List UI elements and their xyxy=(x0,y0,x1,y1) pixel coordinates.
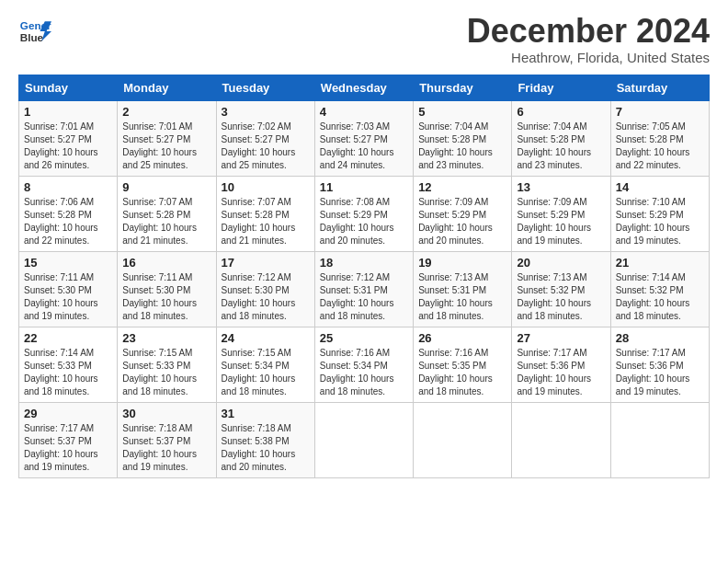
calendar-cell: 16 Sunrise: 7:11 AM Sunset: 5:30 PM Dayl… xyxy=(118,252,216,327)
day-number: 13 xyxy=(517,180,605,194)
calendar-cell: 10 Sunrise: 7:07 AM Sunset: 5:28 PM Dayl… xyxy=(216,177,314,252)
day-info: Sunrise: 7:14 AM Sunset: 5:32 PM Dayligh… xyxy=(616,271,704,323)
day-info: Sunrise: 7:07 AM Sunset: 5:28 PM Dayligh… xyxy=(222,196,310,247)
calendar-cell xyxy=(414,403,512,478)
day-number: 19 xyxy=(418,256,506,270)
day-number: 22 xyxy=(24,331,112,345)
day-number: 6 xyxy=(517,105,605,119)
day-number: 14 xyxy=(616,180,704,194)
calendar-cell: 15 Sunrise: 7:11 AM Sunset: 5:30 PM Dayl… xyxy=(19,252,118,327)
day-number: 26 xyxy=(418,331,506,345)
day-info: Sunrise: 7:04 AM Sunset: 5:28 PM Dayligh… xyxy=(418,121,506,172)
week-row-3: 15 Sunrise: 7:11 AM Sunset: 5:30 PM Dayl… xyxy=(19,252,710,327)
col-tuesday: Tuesday xyxy=(216,75,314,101)
calendar-cell: 30 Sunrise: 7:18 AM Sunset: 5:37 PM Dayl… xyxy=(118,403,216,478)
calendar-cell xyxy=(512,403,610,478)
day-number: 21 xyxy=(616,256,704,270)
calendar-cell: 6 Sunrise: 7:04 AM Sunset: 5:28 PM Dayli… xyxy=(512,101,610,177)
day-number: 10 xyxy=(222,180,310,194)
day-number: 3 xyxy=(222,105,310,119)
day-info: Sunrise: 7:18 AM Sunset: 5:38 PM Dayligh… xyxy=(222,422,310,474)
day-info: Sunrise: 7:10 AM Sunset: 5:29 PM Dayligh… xyxy=(616,196,704,247)
day-info: Sunrise: 7:06 AM Sunset: 5:28 PM Dayligh… xyxy=(24,196,112,247)
day-number: 2 xyxy=(122,105,210,119)
day-info: Sunrise: 7:13 AM Sunset: 5:31 PM Dayligh… xyxy=(418,271,506,323)
calendar-cell: 19 Sunrise: 7:13 AM Sunset: 5:31 PM Dayl… xyxy=(414,252,512,327)
calendar-cell: 7 Sunrise: 7:05 AM Sunset: 5:28 PM Dayli… xyxy=(610,101,709,177)
day-info: Sunrise: 7:11 AM Sunset: 5:30 PM Dayligh… xyxy=(122,271,210,323)
day-number: 23 xyxy=(122,331,210,345)
calendar-cell: 17 Sunrise: 7:12 AM Sunset: 5:30 PM Dayl… xyxy=(216,252,314,327)
col-sunday: Sunday xyxy=(19,75,118,101)
day-number: 5 xyxy=(418,105,506,119)
main-container: General Blue December 2024 Heathrow, Flo… xyxy=(0,0,728,488)
day-info: Sunrise: 7:01 AM Sunset: 5:27 PM Dayligh… xyxy=(122,121,210,172)
day-info: Sunrise: 7:17 AM Sunset: 5:37 PM Dayligh… xyxy=(24,422,112,474)
day-info: Sunrise: 7:01 AM Sunset: 5:27 PM Dayligh… xyxy=(24,121,112,172)
calendar-cell: 28 Sunrise: 7:17 AM Sunset: 5:36 PM Dayl… xyxy=(610,327,709,403)
calendar-table: Sunday Monday Tuesday Wednesday Thursday… xyxy=(18,75,710,478)
calendar-cell: 20 Sunrise: 7:13 AM Sunset: 5:32 PM Dayl… xyxy=(512,252,610,327)
calendar-cell: 21 Sunrise: 7:14 AM Sunset: 5:32 PM Dayl… xyxy=(610,252,709,327)
day-info: Sunrise: 7:08 AM Sunset: 5:29 PM Dayligh… xyxy=(320,196,408,247)
day-number: 31 xyxy=(222,407,310,420)
calendar-cell: 22 Sunrise: 7:14 AM Sunset: 5:33 PM Dayl… xyxy=(19,327,118,403)
day-number: 7 xyxy=(616,105,704,119)
day-info: Sunrise: 7:18 AM Sunset: 5:37 PM Dayligh… xyxy=(122,422,210,474)
calendar-cell: 24 Sunrise: 7:15 AM Sunset: 5:34 PM Dayl… xyxy=(216,327,314,403)
header: General Blue December 2024 Heathrow, Flo… xyxy=(18,15,710,65)
col-wednesday: Wednesday xyxy=(314,75,413,101)
header-row: Sunday Monday Tuesday Wednesday Thursday… xyxy=(19,75,710,101)
logo: General Blue xyxy=(18,15,55,48)
calendar-cell: 2 Sunrise: 7:01 AM Sunset: 5:27 PM Dayli… xyxy=(118,101,216,177)
day-info: Sunrise: 7:13 AM Sunset: 5:32 PM Dayligh… xyxy=(517,271,605,323)
col-monday: Monday xyxy=(118,75,216,101)
week-row-2: 8 Sunrise: 7:06 AM Sunset: 5:28 PM Dayli… xyxy=(19,177,710,252)
calendar-cell: 26 Sunrise: 7:16 AM Sunset: 5:35 PM Dayl… xyxy=(414,327,512,403)
calendar-cell: 13 Sunrise: 7:09 AM Sunset: 5:29 PM Dayl… xyxy=(512,177,610,252)
day-info: Sunrise: 7:03 AM Sunset: 5:27 PM Dayligh… xyxy=(320,121,408,172)
day-info: Sunrise: 7:17 AM Sunset: 5:36 PM Dayligh… xyxy=(616,347,704,398)
day-info: Sunrise: 7:16 AM Sunset: 5:35 PM Dayligh… xyxy=(418,347,506,398)
week-row-1: 1 Sunrise: 7:01 AM Sunset: 5:27 PM Dayli… xyxy=(19,101,710,177)
location: Heathrow, Florida, United States xyxy=(467,50,710,65)
day-info: Sunrise: 7:07 AM Sunset: 5:28 PM Dayligh… xyxy=(122,196,210,247)
svg-text:Blue: Blue xyxy=(20,31,44,43)
day-info: Sunrise: 7:12 AM Sunset: 5:30 PM Dayligh… xyxy=(222,271,310,323)
calendar-cell: 1 Sunrise: 7:01 AM Sunset: 5:27 PM Dayli… xyxy=(19,101,118,177)
logo-icon: General Blue xyxy=(18,15,51,48)
day-info: Sunrise: 7:15 AM Sunset: 5:33 PM Dayligh… xyxy=(122,347,210,398)
calendar-cell: 29 Sunrise: 7:17 AM Sunset: 5:37 PM Dayl… xyxy=(19,403,118,478)
calendar-cell: 18 Sunrise: 7:12 AM Sunset: 5:31 PM Dayl… xyxy=(314,252,413,327)
calendar-cell: 8 Sunrise: 7:06 AM Sunset: 5:28 PM Dayli… xyxy=(19,177,118,252)
day-number: 8 xyxy=(24,180,112,194)
day-number: 20 xyxy=(517,256,605,270)
calendar-cell: 27 Sunrise: 7:17 AM Sunset: 5:36 PM Dayl… xyxy=(512,327,610,403)
calendar-cell: 23 Sunrise: 7:15 AM Sunset: 5:33 PM Dayl… xyxy=(118,327,216,403)
day-number: 9 xyxy=(122,180,210,194)
day-number: 17 xyxy=(222,256,310,270)
day-info: Sunrise: 7:09 AM Sunset: 5:29 PM Dayligh… xyxy=(418,196,506,247)
col-saturday: Saturday xyxy=(610,75,709,101)
calendar-cell: 3 Sunrise: 7:02 AM Sunset: 5:27 PM Dayli… xyxy=(216,101,314,177)
calendar-body: 1 Sunrise: 7:01 AM Sunset: 5:27 PM Dayli… xyxy=(19,101,710,478)
day-number: 16 xyxy=(122,256,210,270)
day-number: 27 xyxy=(517,331,605,345)
day-info: Sunrise: 7:09 AM Sunset: 5:29 PM Dayligh… xyxy=(517,196,605,247)
calendar-header: Sunday Monday Tuesday Wednesday Thursday… xyxy=(19,75,710,101)
calendar-cell: 11 Sunrise: 7:08 AM Sunset: 5:29 PM Dayl… xyxy=(314,177,413,252)
day-number: 25 xyxy=(320,331,408,345)
day-number: 18 xyxy=(320,256,408,270)
calendar-cell: 14 Sunrise: 7:10 AM Sunset: 5:29 PM Dayl… xyxy=(610,177,709,252)
col-friday: Friday xyxy=(512,75,610,101)
title-section: December 2024 Heathrow, Florida, United … xyxy=(467,15,710,65)
day-number: 15 xyxy=(24,256,112,270)
day-number: 4 xyxy=(320,105,408,119)
day-info: Sunrise: 7:05 AM Sunset: 5:28 PM Dayligh… xyxy=(616,121,704,172)
day-info: Sunrise: 7:12 AM Sunset: 5:31 PM Dayligh… xyxy=(320,271,408,323)
day-number: 11 xyxy=(320,180,408,194)
calendar-cell: 4 Sunrise: 7:03 AM Sunset: 5:27 PM Dayli… xyxy=(314,101,413,177)
day-info: Sunrise: 7:14 AM Sunset: 5:33 PM Dayligh… xyxy=(24,347,112,398)
day-info: Sunrise: 7:15 AM Sunset: 5:34 PM Dayligh… xyxy=(222,347,310,398)
day-info: Sunrise: 7:16 AM Sunset: 5:34 PM Dayligh… xyxy=(320,347,408,398)
